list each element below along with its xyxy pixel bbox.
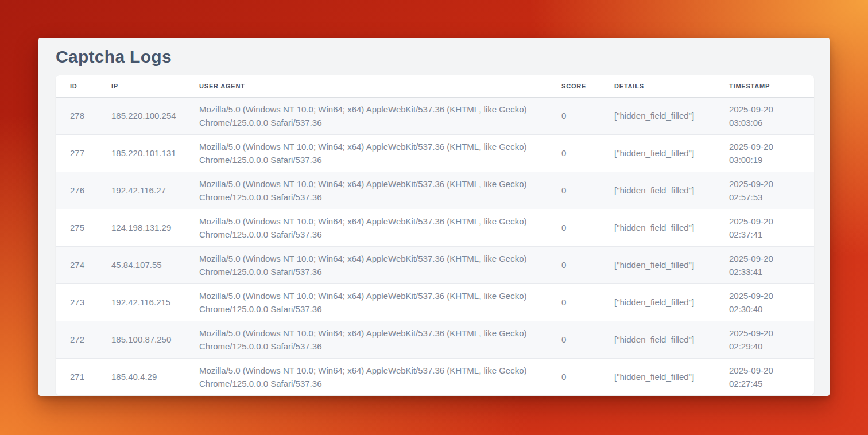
cell-score: 0 (561, 283, 614, 321)
cell-id: 274 (56, 246, 111, 283)
logs-table: IDIPUSER AGENTSCOREDETAILSTIMESTAMP 2781… (56, 75, 814, 395)
cell-score: 0 (561, 321, 614, 358)
cell-user_agent: Mozilla/5.0 (Windows NT 10.0; Win64; x64… (199, 283, 561, 321)
cell-id: 271 (56, 358, 111, 395)
cell-timestamp: 2025-09-20 02:27:45 (729, 358, 814, 395)
cell-id: 277 (56, 134, 111, 172)
cell-id: 273 (56, 283, 111, 321)
cell-ip: 185.220.100.254 (111, 97, 199, 134)
logs-table-container: IDIPUSER AGENTSCOREDETAILSTIMESTAMP 2781… (56, 75, 814, 395)
cell-details: ["hidden_field_filled"] (614, 97, 729, 134)
table-row: 272185.100.87.250Mozilla/5.0 (Windows NT… (56, 321, 814, 358)
cell-score: 0 (561, 246, 614, 283)
table-row: 273192.42.116.215Mozilla/5.0 (Windows NT… (56, 283, 814, 321)
column-header-score: SCORE (561, 75, 614, 97)
cell-timestamp: 2025-09-20 03:03:06 (729, 97, 814, 134)
cell-id: 276 (56, 172, 111, 209)
cell-score: 0 (561, 134, 614, 172)
cell-user_agent: Mozilla/5.0 (Windows NT 10.0; Win64; x64… (199, 246, 561, 283)
cell-timestamp: 2025-09-20 02:33:41 (729, 246, 814, 283)
cell-id: 272 (56, 321, 111, 358)
column-header-timestamp: TIMESTAMP (729, 75, 814, 97)
cell-details: ["hidden_field_filled"] (614, 321, 729, 358)
table-row: 27445.84.107.55Mozilla/5.0 (Windows NT 1… (56, 246, 814, 283)
table-row: 275124.198.131.29Mozilla/5.0 (Windows NT… (56, 209, 814, 246)
cell-ip: 45.84.107.55 (111, 246, 199, 283)
cell-score: 0 (561, 358, 614, 395)
cell-timestamp: 2025-09-20 03:00:19 (729, 134, 814, 172)
cell-timestamp: 2025-09-20 02:57:53 (729, 172, 814, 209)
cell-timestamp: 2025-09-20 02:30:40 (729, 283, 814, 321)
table-row: 278185.220.100.254Mozilla/5.0 (Windows N… (56, 97, 814, 134)
cell-id: 275 (56, 209, 111, 246)
column-header-details: DETAILS (614, 75, 729, 97)
table-body: 278185.220.100.254Mozilla/5.0 (Windows N… (56, 97, 814, 395)
column-header-ip: IP (111, 75, 199, 97)
cell-details: ["hidden_field_filled"] (614, 134, 729, 172)
cell-score: 0 (561, 172, 614, 209)
captcha-logs-card: Captcha Logs IDIPUSER AGENTSCOREDETAILST… (38, 38, 830, 396)
cell-user_agent: Mozilla/5.0 (Windows NT 10.0; Win64; x64… (199, 358, 561, 395)
cell-user_agent: Mozilla/5.0 (Windows NT 10.0; Win64; x64… (199, 134, 561, 172)
cell-timestamp: 2025-09-20 02:29:40 (729, 321, 814, 358)
cell-ip: 185.220.101.131 (111, 134, 199, 172)
table-row: 276192.42.116.27Mozilla/5.0 (Windows NT … (56, 172, 814, 209)
cell-user_agent: Mozilla/5.0 (Windows NT 10.0; Win64; x64… (199, 172, 561, 209)
cell-ip: 192.42.116.215 (111, 283, 199, 321)
cell-details: ["hidden_field_filled"] (614, 209, 729, 246)
table-row: 277185.220.101.131Mozilla/5.0 (Windows N… (56, 134, 814, 172)
column-header-user_agent: USER AGENT (199, 75, 561, 97)
table-header-row: IDIPUSER AGENTSCOREDETAILSTIMESTAMP (56, 75, 814, 97)
cell-timestamp: 2025-09-20 02:37:41 (729, 209, 814, 246)
cell-ip: 185.40.4.29 (111, 358, 199, 395)
cell-ip: 192.42.116.27 (111, 172, 199, 209)
cell-user_agent: Mozilla/5.0 (Windows NT 10.0; Win64; x64… (199, 321, 561, 358)
cell-user_agent: Mozilla/5.0 (Windows NT 10.0; Win64; x64… (199, 209, 561, 246)
cell-ip: 124.198.131.29 (111, 209, 199, 246)
table-row: 271185.40.4.29Mozilla/5.0 (Windows NT 10… (56, 358, 814, 395)
page-title: Captcha Logs (56, 48, 814, 66)
cell-details: ["hidden_field_filled"] (614, 172, 729, 209)
column-header-id: ID (56, 75, 111, 97)
cell-id: 278 (56, 97, 111, 134)
cell-details: ["hidden_field_filled"] (614, 358, 729, 395)
cell-user_agent: Mozilla/5.0 (Windows NT 10.0; Win64; x64… (199, 97, 561, 134)
cell-details: ["hidden_field_filled"] (614, 283, 729, 321)
cell-details: ["hidden_field_filled"] (614, 246, 729, 283)
cell-score: 0 (561, 97, 614, 134)
cell-ip: 185.100.87.250 (111, 321, 199, 358)
cell-score: 0 (561, 209, 614, 246)
